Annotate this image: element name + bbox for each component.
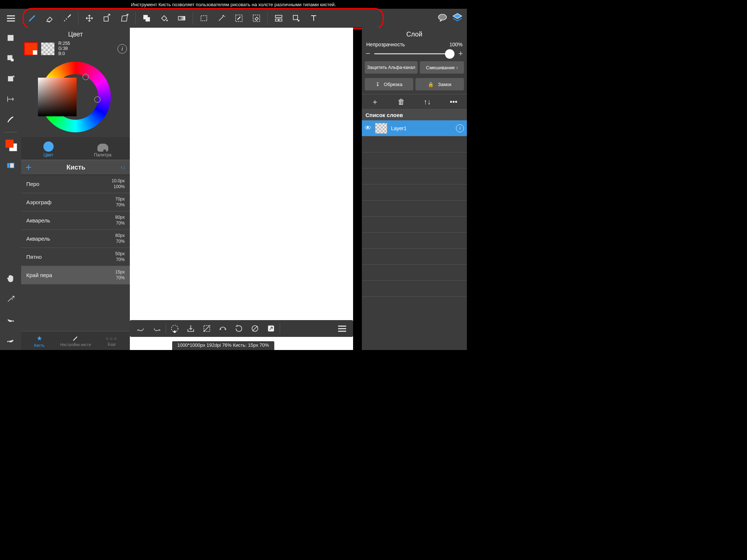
layer-list-title: Список слоев <box>362 109 467 120</box>
protect-alpha-button[interactable]: Защитить Альфа-канал <box>365 61 418 74</box>
brush-item[interactable]: Аэрограф70px70% <box>21 193 130 211</box>
svg-rect-8 <box>178 16 185 20</box>
blend-mode-button[interactable]: Смешивание› <box>420 61 464 74</box>
rail-fullscreen-icon[interactable] <box>0 155 21 175</box>
rail-rotate-icon[interactable] <box>0 69 21 89</box>
expand-button[interactable] <box>263 320 279 337</box>
color-panel-title: Цвет <box>21 28 130 41</box>
brush-item[interactable]: Акварель80px70% <box>21 211 130 230</box>
layer-more-button[interactable]: ••• <box>450 98 457 106</box>
rail-canvas-icon[interactable] <box>0 28 21 48</box>
distort-tool[interactable] <box>116 9 133 27</box>
svg-rect-6 <box>146 17 150 22</box>
crop-button[interactable]: ↧ Обрезка <box>365 78 413 90</box>
foreground-swatch[interactable] <box>24 42 38 55</box>
menu-button[interactable] <box>0 15 22 22</box>
rail-undo-icon[interactable] <box>0 330 21 350</box>
bottom-tab-more[interactable]: ○○○Еще <box>94 331 130 350</box>
svg-rect-4 <box>104 17 108 21</box>
rotate-tool-button[interactable] <box>167 320 183 337</box>
bottom-tab-brush[interactable]: ★Кисть <box>21 331 57 350</box>
lock-button[interactable]: 🔒 Замок <box>415 78 464 90</box>
layer-name: Layer1 <box>391 125 407 131</box>
rail-eyedropper-icon[interactable] <box>0 289 21 309</box>
svg-point-7 <box>166 20 168 21</box>
canvas[interactable] <box>130 28 353 350</box>
color-circle-icon <box>43 141 54 152</box>
layer-item[interactable]: 👁 Layer1 i <box>362 120 467 136</box>
select-brush-tool[interactable] <box>230 9 248 27</box>
rail-brush-icon[interactable] <box>0 109 21 130</box>
rail-flip-icon[interactable] <box>0 89 21 109</box>
no-preview-button[interactable] <box>247 320 263 337</box>
layer-panel: Слой Непрозрачность 100% − + Защитить Ал… <box>362 28 467 350</box>
opacity-plus[interactable]: + <box>458 49 463 58</box>
layer-info-icon[interactable]: i <box>456 124 464 132</box>
add-layer-button[interactable]: ＋ <box>371 97 379 107</box>
picker-tool[interactable] <box>287 9 305 27</box>
flip-h-button[interactable] <box>215 320 231 337</box>
tooltip-text: Инструмент Кисть позволяет пользователям… <box>131 2 336 7</box>
background-swatch[interactable] <box>41 42 55 55</box>
deselect-button[interactable] <box>199 320 215 337</box>
brush-list[interactable]: Перо10.0px100% Аэрограф70px70% Акварель8… <box>21 175 130 331</box>
rail-colors-icon[interactable] <box>0 135 21 155</box>
svg-rect-14 <box>279 19 282 21</box>
undo-button[interactable] <box>133 320 149 337</box>
svg-rect-17 <box>8 35 13 41</box>
opacity-value: 100% <box>449 42 462 47</box>
tab-palette[interactable]: Палитра <box>76 137 130 160</box>
rgb-readout: R:255 G:38 B:0 <box>58 41 70 56</box>
opacity-minus[interactable]: − <box>365 49 371 58</box>
brush-item[interactable]: Перо10.0px100% <box>21 175 130 193</box>
brush-header: Кисть <box>66 164 85 171</box>
layers-icon[interactable] <box>452 13 462 24</box>
chat-icon[interactable] <box>438 13 447 23</box>
visibility-icon[interactable]: 👁 <box>365 124 371 132</box>
reorder-layer-button[interactable]: ↑↓ <box>423 98 431 106</box>
layer-panel-title: Слой <box>362 28 467 41</box>
redo-button[interactable] <box>149 320 165 337</box>
svg-rect-22 <box>10 163 14 168</box>
rail-selection-icon[interactable] <box>0 48 21 69</box>
text-tool[interactable] <box>305 9 322 27</box>
bottom-menu-button[interactable] <box>334 320 350 337</box>
gradient-tool[interactable] <box>173 9 190 27</box>
brush-item[interactable]: Акварель80px70% <box>21 230 130 248</box>
transform-tool[interactable] <box>98 9 116 27</box>
tab-color[interactable]: Цвет <box>21 137 76 160</box>
rotate-cw-button[interactable] <box>231 320 247 337</box>
layer-thumbnail <box>375 123 387 134</box>
bottom-tab-settings[interactable]: Настройки кисти <box>57 331 93 350</box>
magic-wand-tool[interactable] <box>213 9 230 27</box>
status-bar: 1000*1000px 192dpi 76% Кисть: 15px 70% <box>172 341 274 350</box>
brush-item[interactable]: Пятно50px70% <box>21 248 130 266</box>
opacity-slider[interactable] <box>374 53 454 54</box>
svg-point-16 <box>438 14 446 20</box>
svg-rect-20 <box>8 77 13 81</box>
hamburger-icon <box>7 15 15 22</box>
rail-hand-icon[interactable] <box>0 268 21 289</box>
delete-layer-button[interactable]: 🗑 <box>398 98 405 106</box>
fill-tool[interactable] <box>138 9 155 27</box>
left-rail <box>0 28 21 350</box>
eraser-tool[interactable] <box>41 9 58 27</box>
panel-tool[interactable] <box>270 9 287 27</box>
info-icon[interactable]: i <box>117 44 127 54</box>
sort-brushes-button[interactable]: ↑↓ <box>120 164 125 170</box>
color-wheel[interactable] <box>21 57 130 137</box>
save-button[interactable] <box>183 320 199 337</box>
select-rect-tool[interactable] <box>195 9 213 27</box>
move-tool[interactable] <box>81 9 98 27</box>
floating-toolbar <box>130 320 353 337</box>
dot-brush-tool[interactable] <box>58 9 76 27</box>
svg-rect-21 <box>7 163 9 168</box>
svg-point-1 <box>64 20 65 22</box>
select-erase-tool[interactable] <box>248 9 265 27</box>
bucket-tool[interactable] <box>155 9 173 27</box>
rail-redo-icon[interactable] <box>0 309 21 330</box>
brush-item[interactable]: Край пера15px70% <box>21 266 130 284</box>
brush-tool[interactable] <box>23 9 41 27</box>
svg-rect-12 <box>275 15 282 18</box>
add-brush-button[interactable]: + <box>26 162 31 173</box>
